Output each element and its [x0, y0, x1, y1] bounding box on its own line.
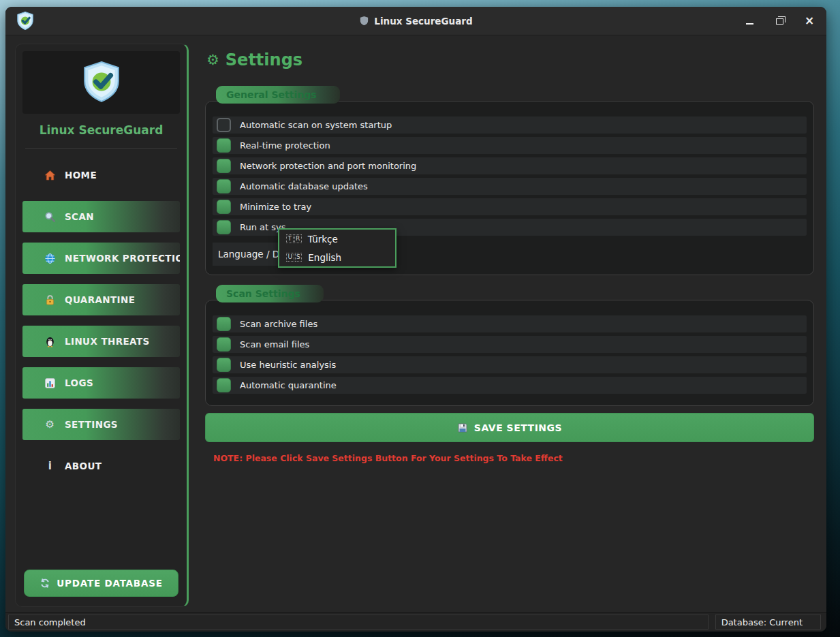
refresh-icon [40, 578, 50, 589]
sidebar-item-about[interactable]: iABOUT [22, 450, 180, 482]
option-label: Real-time protection [240, 140, 330, 151]
penguin-icon [44, 336, 56, 347]
checkbox-checked[interactable] [217, 220, 231, 234]
save-settings-label: SAVE SETTINGS [474, 422, 562, 433]
checkbox-checked[interactable] [217, 337, 231, 352]
language-option-türkçe[interactable]: TRTürkçe [279, 230, 395, 248]
scan-settings-group: Scan Settings Scan archive filesScan ema… [205, 285, 814, 406]
checkbox-checked[interactable] [217, 200, 231, 214]
gear-icon: ⚙ [44, 419, 56, 431]
app-window: Linux SecureGuard × Linux SecureGuard HO… [5, 7, 826, 632]
sidebar-item-quarantine[interactable]: QUARANTINE [22, 284, 180, 315]
option-label: Automatic quarantine [240, 380, 337, 390]
checkbox-checked[interactable] [217, 179, 231, 193]
sidebar-item-home[interactable]: HOME [22, 159, 180, 191]
language-option-english[interactable]: USEnglish [279, 248, 395, 266]
floppy-disk-icon [457, 422, 468, 433]
gear-icon: ⚙ [206, 52, 219, 68]
option-label: Scan email files [240, 339, 309, 349]
info-icon: i [44, 461, 56, 472]
sidebar-item-label: QUARANTINE [65, 294, 135, 305]
checkbox-checked[interactable] [217, 317, 231, 331]
sidebar-item-scan[interactable]: SCAN [22, 201, 180, 232]
sidebar-item-label: SETTINGS [65, 419, 118, 430]
app-shield-logo-icon [15, 11, 35, 31]
save-settings-button[interactable]: SAVE SETTINGS [205, 413, 814, 442]
scan-options: Scan archive filesScan email filesUse he… [213, 315, 807, 394]
logo-box [22, 51, 180, 114]
maximize-button[interactable] [772, 14, 787, 29]
option-label: Automatic scan on system startup [240, 120, 392, 130]
main-content: ⚙ Settings General Settings Automatic sc… [189, 35, 826, 612]
minimize-button[interactable] [742, 14, 757, 29]
flag-tr-icon: TR [286, 234, 302, 243]
option-label: Scan archive files [240, 319, 317, 329]
language-option-label: Türkçe [308, 234, 338, 245]
option-row: Automatic quarantine [213, 377, 807, 394]
sidebar-item-label: NETWORK PROTECTION [65, 253, 180, 264]
sidebar-item-logs[interactable]: LOGS [22, 367, 180, 399]
scan-icon [44, 211, 56, 223]
checkbox-checked[interactable] [217, 358, 231, 372]
checkbox-checked[interactable] [217, 138, 231, 153]
option-label: Minimize to tray [240, 202, 311, 212]
bar-chart-icon [44, 377, 56, 389]
checkbox-unchecked[interactable] [217, 118, 231, 132]
option-row: Network protection and port monitoring [213, 157, 807, 174]
page-title-text: Settings [225, 50, 302, 69]
general-options: Automatic scan on system startupReal-tim… [213, 116, 807, 236]
sidebar-item-label: SCAN [65, 211, 94, 222]
status-message: Scan completed [8, 615, 709, 630]
close-icon: × [805, 15, 814, 27]
group-tab-general-settings: General Settings [216, 86, 340, 104]
language-option-label: English [308, 252, 341, 263]
status-bar: Scan completed Database: Current [5, 612, 826, 632]
app-shield-logo-icon [79, 60, 124, 105]
sidebar: Linux SecureGuard HOMESCANNETWORK PROTEC… [15, 44, 189, 607]
page-title: ⚙ Settings [206, 50, 814, 69]
sidebar-nav: HOMESCANNETWORK PROTECTIONQUARANTINELINU… [16, 149, 187, 492]
sidebar-item-threats[interactable]: LINUX THREATS [22, 326, 180, 357]
option-row: Real-time protection [213, 137, 807, 154]
flag-us-icon: US [286, 253, 302, 262]
checkbox-checked[interactable] [217, 159, 231, 173]
database-status: Database: Current [715, 615, 821, 630]
title-bar: Linux SecureGuard × [5, 7, 826, 35]
option-label: Automatic database updates [240, 181, 368, 191]
option-label: Use heuristic analysis [240, 360, 336, 370]
settings-note: NOTE: Please Click Save Settings Button … [213, 453, 814, 463]
option-row: Scan email files [213, 336, 807, 353]
minimize-icon [746, 23, 753, 25]
update-database-button[interactable]: UPDATE DATABASE [24, 570, 178, 597]
sidebar-item-network[interactable]: NETWORK PROTECTION [22, 243, 180, 274]
option-label: Network protection and port monitoring [240, 161, 416, 171]
option-row: Scan archive files [213, 315, 807, 332]
home-icon [44, 170, 56, 181]
language-dropdown[interactable]: TRTürkçeUSEnglish [278, 228, 396, 268]
lock-icon [44, 294, 56, 306]
window-title-text: Linux SecureGuard [374, 16, 472, 27]
sidebar-item-label: LOGS [65, 377, 93, 388]
maximize-icon [776, 18, 783, 25]
close-button[interactable]: × [802, 14, 817, 29]
scan-settings-box: Scan archive filesScan email filesUse he… [205, 300, 814, 406]
general-settings-group: General Settings Automatic scan on syste… [205, 86, 814, 275]
sidebar-item-label: HOME [65, 170, 97, 181]
app-name: Linux SecureGuard [16, 114, 187, 148]
option-row: Automatic database updates [213, 178, 807, 195]
group-tab-scan-settings: Scan Settings [216, 285, 324, 302]
update-database-label: UPDATE DATABASE [57, 578, 163, 589]
globe-icon [44, 253, 56, 264]
shield-icon [359, 16, 369, 26]
option-row: Use heuristic analysis [213, 356, 807, 373]
window-title: Linux SecureGuard [5, 16, 826, 27]
window-controls: × [742, 14, 817, 29]
sidebar-item-label: LINUX THREATS [65, 336, 150, 347]
option-row: Minimize to tray [213, 198, 807, 215]
sidebar-item-settings[interactable]: ⚙SETTINGS [22, 409, 180, 440]
checkbox-checked[interactable] [217, 378, 231, 392]
option-row: Automatic scan on system startup [213, 116, 807, 134]
general-settings-box: Automatic scan on system startupReal-tim… [205, 101, 814, 275]
sidebar-item-label: ABOUT [65, 461, 102, 471]
